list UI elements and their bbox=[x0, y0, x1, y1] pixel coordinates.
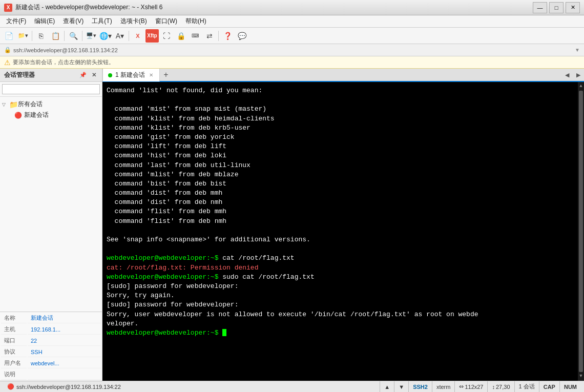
info-label-desc: 说明 bbox=[1, 369, 27, 380]
sidebar-header: 会话管理器 📌 ✕ bbox=[0, 69, 102, 82]
term-line-8: command 'last' from deb util-linux bbox=[107, 161, 580, 170]
toolbar-xftp2-btn[interactable]: Xftp bbox=[145, 29, 159, 43]
sidebar-search-input[interactable] bbox=[2, 84, 100, 94]
term-line-23: veloper. bbox=[107, 319, 580, 328]
tab-nav-left[interactable]: ◀ bbox=[561, 69, 573, 81]
address-dropdown-icon[interactable]: ▼ bbox=[575, 47, 580, 53]
toolbar-lock-btn[interactable]: 🔒 bbox=[174, 29, 187, 43]
maximize-button[interactable]: □ bbox=[549, 2, 564, 13]
status-ssh-url: 🔴 ssh://webdeveloper@192.168.119.134:22 bbox=[3, 381, 380, 392]
term-prompt-2: webdeveloper@webdeveloper:~$ bbox=[107, 273, 222, 281]
size-icon: ⇔ bbox=[459, 383, 464, 390]
term-line-5: command 'gist' from deb yorick bbox=[107, 133, 580, 142]
ssh-url-text: ssh://webdeveloper@192.168.119.134:22 bbox=[16, 384, 121, 390]
info-value-name: 新建会话 bbox=[28, 313, 101, 323]
menu-edit[interactable]: 编辑(E) bbox=[30, 16, 59, 27]
term-prompt-3: webdeveloper@webdeveloper:~$ bbox=[107, 329, 222, 337]
term-line-6: command 'lift' from deb lift bbox=[107, 142, 580, 151]
tab-area: 1 新建会话 ✕ + ◀ ▶ Command 'list' not found,… bbox=[102, 69, 584, 381]
toolbar-search-btn[interactable]: 🔍 bbox=[67, 29, 80, 43]
toolbar-open-btn[interactable]: 📁▾ bbox=[16, 29, 30, 43]
info-row-name: 名称 新建会话 bbox=[1, 313, 101, 323]
sidebar-tree: ▽ 📁 所有会话 🔴 新建会话 bbox=[0, 97, 102, 312]
sidebar-search-area bbox=[0, 82, 102, 97]
toolbar-sep-2 bbox=[64, 31, 65, 41]
app-window: X 新建会话 - webdeveloper@webdeveloper: ~ - … bbox=[0, 0, 584, 392]
toolbar-keyboard-btn[interactable]: ⌨ bbox=[189, 29, 202, 43]
status-nav-up[interactable]: ▲ bbox=[380, 381, 394, 392]
info-row-desc: 说明 bbox=[1, 369, 101, 380]
info-value-username: webdevel... bbox=[28, 358, 101, 368]
menu-tools[interactable]: 工具(T) bbox=[88, 16, 116, 27]
toolbar-connect-btn[interactable]: 🖥️▾ bbox=[85, 29, 98, 43]
tab-close-btn[interactable]: ✕ bbox=[148, 72, 154, 78]
sidebar-pin-btn[interactable]: 📌 bbox=[78, 71, 88, 79]
status-size: ⇔ 112x27 bbox=[455, 381, 488, 392]
tab-nav: ◀ ▶ bbox=[561, 69, 584, 81]
close-button[interactable]: ✕ bbox=[566, 2, 580, 13]
term-line-20: Sorry, try again. bbox=[107, 291, 580, 300]
address-text[interactable]: ssh://webdeveloper@192.168.119.134:22 bbox=[13, 47, 573, 53]
toolbar-globe-btn[interactable]: 🌐▾ bbox=[99, 29, 112, 43]
folder-icon: 📁 bbox=[9, 100, 18, 109]
menu-file[interactable]: 文件(F) bbox=[2, 16, 30, 27]
terminal-cursor bbox=[222, 329, 226, 336]
toolbar-copy-btn[interactable]: ⎘ bbox=[34, 29, 48, 43]
term-line-4: command 'klist' from deb krb5-user bbox=[107, 123, 580, 133]
menu-help[interactable]: 帮助(H) bbox=[181, 16, 211, 27]
toolbar-fullscreen-btn[interactable]: ⛶ bbox=[160, 29, 173, 43]
toolbar-font-btn[interactable]: A▾ bbox=[113, 29, 127, 43]
size-text: 112x27 bbox=[465, 384, 483, 390]
pos-text: 27,30 bbox=[496, 384, 510, 390]
info-value-host: 192.168.1... bbox=[28, 324, 101, 335]
term-line-7: command 'hist' from deb loki bbox=[107, 151, 580, 160]
term-line-12: command 'dist' from deb nmh bbox=[107, 198, 580, 207]
tree-new-session[interactable]: 🔴 新建会话 bbox=[0, 110, 102, 120]
tab-nav-right[interactable]: ▶ bbox=[573, 69, 584, 81]
toolbar-paste-btn[interactable]: 📋 bbox=[49, 29, 62, 43]
term-line-blank-3 bbox=[107, 244, 580, 254]
scrollbar-up-btn[interactable]: ▲ bbox=[579, 83, 582, 90]
status-position: ↕ 27,30 bbox=[488, 381, 514, 392]
title-bar-left: X 新建会话 - webdeveloper@webdeveloper: ~ - … bbox=[4, 3, 162, 12]
info-text: 要添加当前会话，点击左侧的箭头按钮。 bbox=[13, 58, 114, 66]
status-protocol: SSH2 bbox=[409, 381, 432, 392]
toolbar-help-btn[interactable]: ❓ bbox=[221, 29, 234, 43]
ssh-url-icon: 🔴 bbox=[7, 383, 14, 390]
toolbar-sep-4 bbox=[129, 31, 129, 41]
term-line-19: [sudo] password for webdeveloper: bbox=[107, 282, 580, 291]
term-line-16: webdeveloper@webdeveloper:~$ cat /root/f… bbox=[107, 254, 580, 263]
sidebar-close-btn[interactable]: ✕ bbox=[90, 71, 98, 79]
term-line-18: webdeveloper@webdeveloper:~$ sudo cat /r… bbox=[107, 273, 580, 282]
status-terminal-type: xterm bbox=[432, 381, 455, 392]
term-line-11: command 'dist' from deb mmh bbox=[107, 189, 580, 198]
info-value-port: 22 bbox=[28, 336, 101, 346]
scrollbar-thumb[interactable] bbox=[579, 91, 583, 373]
menu-window[interactable]: 窗口(W) bbox=[151, 16, 181, 27]
toolbar-new-btn[interactable]: 📄 bbox=[2, 29, 15, 43]
menu-view[interactable]: 查看(V) bbox=[59, 16, 88, 27]
info-row-host: 主机 192.168.1... bbox=[1, 324, 101, 335]
info-row-port: 端口 22 bbox=[1, 336, 101, 346]
tab-add-btn[interactable]: + bbox=[160, 69, 172, 81]
toolbar-chat-btn[interactable]: 💬 bbox=[235, 29, 248, 43]
menu-tabs[interactable]: 选项卡(B) bbox=[116, 16, 151, 27]
toolbar-transfer-btn[interactable]: ⇄ bbox=[203, 29, 216, 43]
status-nav-down[interactable]: ▼ bbox=[394, 381, 409, 392]
terminal[interactable]: Command 'list' not found, did you mean: … bbox=[102, 82, 584, 381]
session-info-table: 名称 新建会话 主机 192.168.1... 端口 22 协议 SSH bbox=[0, 312, 102, 381]
toolbar-sep-1 bbox=[32, 31, 32, 41]
tab-label: 1 新建会话 bbox=[115, 71, 145, 79]
terminal-scrollbar[interactable]: ▲ ▼ bbox=[578, 82, 584, 381]
tab-new-session[interactable]: 1 新建会话 ✕ bbox=[102, 69, 160, 81]
toolbar-xftp-btn[interactable]: X bbox=[131, 29, 144, 43]
minimize-button[interactable]: — bbox=[533, 2, 547, 13]
scrollbar-down-btn[interactable]: ▼ bbox=[579, 373, 582, 380]
info-icon: ⚠ bbox=[4, 58, 11, 67]
title-bar: X 新建会话 - webdeveloper@webdeveloper: ~ - … bbox=[0, 0, 584, 15]
tree-all-sessions[interactable]: ▽ 📁 所有会话 bbox=[0, 99, 102, 110]
status-caps: CAP bbox=[539, 381, 560, 392]
term-line-17: cat: /root/flag.txt: Permission denied bbox=[107, 263, 580, 273]
term-line-24: webdeveloper@webdeveloper:~$ bbox=[107, 328, 580, 338]
all-sessions-label: 所有会话 bbox=[18, 100, 43, 109]
